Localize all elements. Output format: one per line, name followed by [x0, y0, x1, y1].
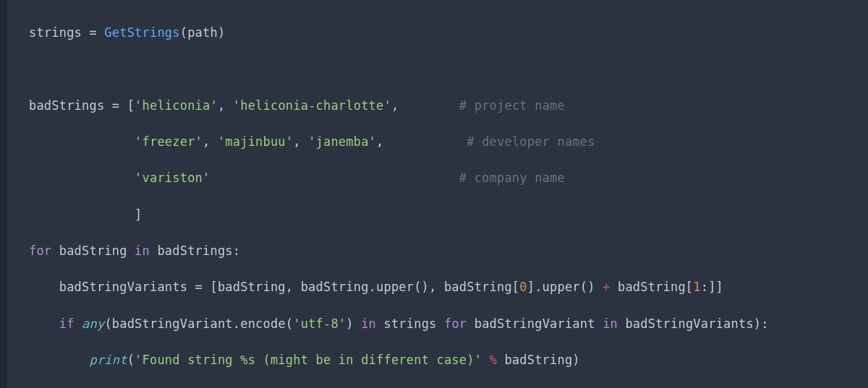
code-token: ].upper() — [527, 280, 603, 294]
code-keyword: if — [59, 316, 82, 331]
code-editor[interactable]: strings = GetStrings(path) badStrings = … — [0, 0, 868, 388]
code-token: strings — [29, 25, 89, 40]
code-comment: # developer names — [467, 134, 595, 149]
code-token: , — [391, 98, 459, 113]
code-token: 'freezer' — [135, 134, 203, 149]
code-token: badString — [59, 243, 135, 258]
code-keyword: in — [603, 316, 625, 331]
code-token: (badStringVariant.encode( — [104, 316, 293, 331]
code-line: badStrings = ['heliconia', 'heliconia-ch… — [29, 97, 868, 115]
code-token: badStrings: — [157, 243, 240, 258]
code-line: for badString in badStrings: — [29, 242, 868, 260]
code-builtin: any — [82, 316, 104, 331]
code-string: 'Found string %s (might be in different … — [135, 353, 482, 367]
code-token: badStringVariants — [59, 280, 195, 294]
code-comment: # company name — [459, 171, 565, 185]
code-token: = [badString, badString.upper(), badStri… — [195, 280, 520, 294]
code-token: badString[ — [618, 280, 693, 294]
code-string: 'utf-8' — [293, 316, 346, 331]
code-token: GetStrings — [104, 25, 179, 40]
indent-guide — [29, 134, 135, 149]
code-token: badString) — [504, 353, 579, 367]
code-line: badStringVariants = [badString, badStrin… — [29, 278, 868, 296]
code-token: , — [218, 98, 233, 113]
code-token: , — [376, 134, 467, 149]
indent-guide — [29, 280, 59, 294]
code-token: (path) — [180, 25, 226, 40]
code-keyword: for — [29, 243, 59, 258]
code-token: = — [89, 25, 104, 40]
code-token: strings — [383, 316, 443, 331]
code-blank-line — [29, 60, 868, 78]
code-token: 'heliconia' — [135, 98, 218, 113]
code-line: if any(badStringVariant.encode('utf-8') … — [29, 315, 868, 333]
code-token: ] — [135, 207, 142, 222]
code-line: 'freezer', 'majinbuu', 'janemba', # deve… — [29, 133, 868, 151]
code-token: = [ — [112, 98, 135, 113]
code-number: 1 — [693, 280, 700, 294]
code-token: badStringVariants): — [625, 316, 768, 331]
code-token: , — [203, 134, 218, 149]
code-comment: # project name — [459, 98, 565, 113]
code-builtin: print — [89, 353, 127, 367]
code-token: ( — [127, 353, 135, 367]
indent-guide — [29, 316, 59, 331]
code-token — [210, 171, 459, 185]
code-line: strings = GetStrings(path) — [29, 24, 868, 42]
code-token: 'janemba' — [308, 134, 376, 149]
code-operator: % — [482, 353, 504, 367]
code-token: 'heliconia-charlotte' — [233, 98, 391, 113]
code-keyword: in — [135, 243, 157, 258]
code-line: print('Found string %s (might be in diff… — [29, 351, 868, 369]
code-number: 0 — [519, 280, 527, 294]
code-line: 'variston' # company name — [29, 169, 868, 187]
code-token: :]] — [701, 280, 723, 294]
code-keyword: for — [444, 316, 475, 331]
code-token: badStringVariant — [475, 316, 603, 331]
code-line: ] — [29, 206, 868, 224]
indent-guide — [29, 353, 89, 367]
code-token: 'variston' — [135, 171, 210, 185]
indent-guide — [29, 207, 135, 222]
code-operator: + — [603, 280, 618, 294]
code-token: badStrings — [29, 98, 112, 113]
code-token: ) — [346, 316, 361, 331]
code-keyword: in — [361, 316, 383, 331]
code-token: , — [293, 134, 308, 149]
code-token: 'majinbuu' — [218, 134, 293, 149]
indent-guide — [29, 171, 135, 185]
